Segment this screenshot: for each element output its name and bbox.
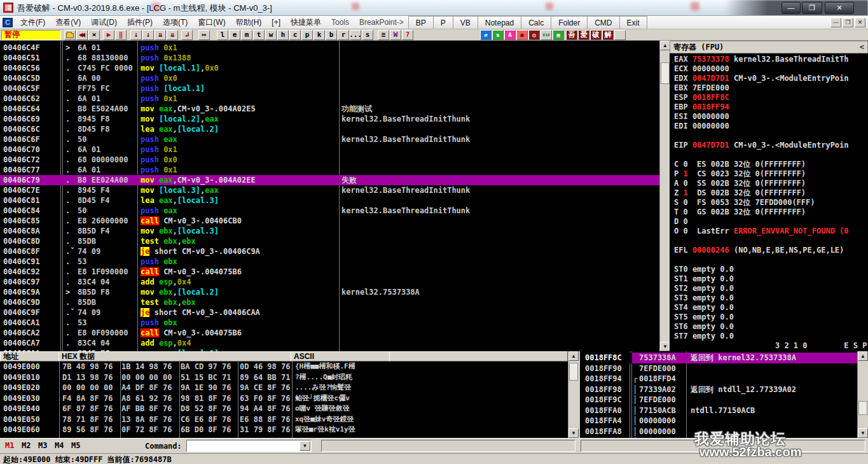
toolbar-button-7[interactable]: ⇊ [155, 30, 166, 40]
dump-row[interactable]: 0049E02000 00 00 00A4 DF 8F 769A 1E 90 7… [0, 383, 568, 393]
menu-item-3[interactable]: 插件(P) [122, 16, 158, 29]
register-line[interactable]: ST1 empty 0.0 [670, 274, 868, 284]
menu-item-4[interactable]: 选项(T) [158, 16, 193, 29]
disasm-row[interactable]: 00406C56.C745 FC 0000mov [local.1],0x0 [0, 63, 659, 73]
disasm-row[interactable]: 00406C91.53push ebx [0, 257, 659, 267]
toolbar-letter-s[interactable]: s [362, 30, 373, 40]
52pojie-button-3[interactable]: 解 [602, 30, 614, 40]
toolbar-button-2[interactable]: × [88, 30, 100, 40]
scroll-thumb[interactable] [858, 401, 867, 415]
52pojie-button-2[interactable]: 破 [590, 30, 602, 40]
register-line[interactable]: 3 2 1 0 E S P U O [670, 341, 868, 351]
toolbar-button-4[interactable]: ‖ [115, 30, 127, 40]
disasm-row[interactable]: 00406C9D.85DBtest ebx,ebx [0, 297, 659, 307]
toolbar-tail-1[interactable]: W [390, 30, 401, 40]
disasm-row[interactable]: 00406C6F.50push eaxkernel32.BaseThreadIn… [0, 134, 659, 144]
close-button[interactable]: ✕ [825, 2, 854, 14]
scroll-down-arrow[interactable]: ▼ [568, 428, 579, 438]
toolbar-letter-dotdotdot[interactable]: ... [350, 30, 361, 40]
collapse-button[interactable]: < [860, 43, 864, 52]
toolbar-letter-b[interactable]: b [326, 30, 337, 40]
register-line[interactable] [670, 131, 868, 141]
disasm-row[interactable]: 00406C85.E8 26000000call CM-v0_3-.00406C… [0, 216, 659, 226]
disasm-row[interactable]: 00406C81.8D45 F4lea eax,[local.3] [0, 195, 659, 206]
toolbar-tail-0[interactable]: ≡ [378, 30, 389, 40]
disasm-row[interactable]: 00406C92.E8 1F090000call CM-v0_3-.004075… [0, 267, 659, 277]
scroll-thumb[interactable] [661, 62, 670, 84]
title-bar[interactable]: 吾爱破解 - CM-v0.3-2019.8.6.exe - [LCG - m主线… [0, 0, 868, 16]
menu-button-calc[interactable]: Calc [521, 16, 551, 29]
scroll-up-arrow[interactable]: ▲ [568, 351, 579, 361]
mdi-restore-button[interactable]: ❐ [843, 18, 853, 27]
register-line[interactable] [670, 150, 868, 160]
disasm-row[interactable]: 00406C70.6A 01push 0x1 [0, 144, 659, 155]
register-line[interactable]: ST7 empty 0.0 [670, 332, 868, 341]
stack-row[interactable]: 0018FF8C7537338A返回到 kernel32.7537338A [580, 353, 857, 363]
scroll-thumb[interactable] [569, 363, 578, 381]
chevron-down-icon[interactable]: ▼ [300, 441, 310, 451]
scroll-down-arrow[interactable]: ▼ [858, 428, 868, 438]
disasm-row[interactable]: 00406C84.50push eaxkernel32.BaseThreadIn… [0, 206, 659, 216]
dump-row[interactable]: 0049E05078 71 8F 7613 8A 8F 76C6 E6 8F 7… [0, 414, 568, 425]
register-line[interactable]: ST6 empty 0.0 [670, 322, 868, 332]
menu-button-folder[interactable]: Folder [551, 16, 588, 29]
toolbar-button-3[interactable]: ▶ [103, 30, 114, 40]
plugin-button-1[interactable]: ⇅ [492, 30, 504, 40]
register-line[interactable]: O 0 LastErr ERROR_ENVVAR_NOT_FOUND (0 [670, 227, 868, 236]
register-line[interactable]: ECX 00000000 [670, 64, 868, 74]
dump-row[interactable]: 0049E030F4 8A 8F 76A8 61 92 7698 81 8F 7… [0, 393, 568, 404]
52pojie-button-1[interactable]: 爱 [578, 30, 589, 40]
register-line[interactable] [670, 255, 868, 265]
52pojie-button-0[interactable]: 吾 [566, 30, 577, 40]
register-line[interactable]: S 0 FS 0053 32位 7EFDD000(FFF) [670, 198, 868, 207]
menu-item-9[interactable]: Tools [326, 16, 354, 29]
menu-button-p[interactable]: P [433, 16, 453, 29]
disasm-row[interactable]: 00406C8F.ˇ74 09je short CM-v0_3-.00406C9… [0, 246, 659, 257]
disasm-row[interactable]: 00406C9F.ˇ74 09je short CM-v0_3-.00406CA… [0, 307, 659, 318]
toolbar-button-1[interactable]: ◀◀ [76, 30, 88, 40]
register-line[interactable]: EFL 00000246 (NO,NB,E,BE,NS,PE,GE,LE) [670, 246, 868, 255]
disasm-row[interactable]: 00406CA7.83C4 04add esp,0x4 [0, 338, 659, 348]
scroll-down-arrow[interactable]: ▼ [660, 342, 670, 351]
toolbar-letter-t[interactable]: t [253, 30, 265, 40]
memory-tab-m1[interactable]: M1 [5, 441, 14, 450]
command-input[interactable]: ▼ [186, 440, 312, 452]
register-line[interactable]: ESI 00000000 [670, 112, 868, 122]
toolbar-letter-p[interactable]: p [301, 30, 313, 40]
disasm-row[interactable]: 00406C72.68 00000000push 0x0 [0, 155, 659, 165]
toolbar-tail-2[interactable]: ? [402, 30, 413, 40]
dump-scrollbar[interactable]: ▲ ▼ [568, 351, 579, 438]
mdi-child-icon[interactable]: C [3, 18, 13, 27]
menu-button-bp[interactable]: BP [408, 16, 434, 29]
toolbar-letter-w[interactable]: w [265, 30, 277, 40]
dump-row[interactable]: 0049E06089 56 8F 760F 72 8F 766B D0 8F 7… [0, 425, 568, 435]
register-line[interactable]: ST3 empty 0.0 [670, 293, 868, 303]
blank-button[interactable] [614, 30, 626, 40]
stack-row[interactable]: 0018FFA4│00000000 [580, 416, 857, 426]
disasm-row[interactable]: 00406C8D.85DBtest ebx,ebx [0, 236, 659, 246]
disasm-row[interactable]: 00406C6C.8D45 F8lea eax,[local.2] [0, 124, 659, 134]
disasm-row[interactable]: 00406C69.8945 F8mov [local.2],eaxkernel3… [0, 114, 659, 124]
memory-tab-m5[interactable]: M5 [71, 441, 80, 450]
register-line[interactable]: Z 1 DS 002B 32位 0(FFFFFFFF) [670, 188, 868, 198]
disasm-row[interactable]: 00406CA1.53push ebx [0, 318, 659, 328]
toolbar-letter-h[interactable]: h [277, 30, 289, 40]
dump-row[interactable]: 0049E0406F 87 8F 76AF BB 8F 76D8 52 8F 7… [0, 404, 568, 414]
disasm-row[interactable]: 00406C62.6A 01push 0x1 [0, 94, 659, 104]
plugin-button-5[interactable]: 010 [541, 30, 552, 40]
menu-button-cmd[interactable]: CMD [587, 16, 619, 29]
register-line[interactable]: EBX 7EFDE000 [670, 83, 868, 93]
toolbar-letter-k[interactable]: k [313, 30, 325, 40]
register-line[interactable]: A 0 SS 002B 32位 0(FFFFFFFF) [670, 179, 868, 188]
menu-item-8[interactable]: 快捷菜单 [286, 16, 326, 29]
menu-item-10[interactable]: BreakPoint-> [354, 16, 409, 29]
plugin-button-3[interactable]: ● [516, 30, 528, 40]
menu-button-notepad[interactable]: Notepad [478, 16, 521, 29]
stack-row[interactable]: 0018FFA0│77150ACBntdll.77150ACB [580, 405, 857, 416]
dump-row[interactable]: 0049E010D1 13 98 7600 00 00 0051 15 BC 7… [0, 372, 568, 383]
register-line[interactable] [670, 236, 868, 246]
disasm-row[interactable]: 00406C51.68 88130000push 0x1388 [0, 53, 659, 63]
disasm-row[interactable]: 00406C4F>6A 01push 0x1 [0, 43, 659, 53]
menu-button-vb[interactable]: VB [453, 16, 478, 29]
menu-item-5[interactable]: 窗口(W) [193, 16, 230, 29]
